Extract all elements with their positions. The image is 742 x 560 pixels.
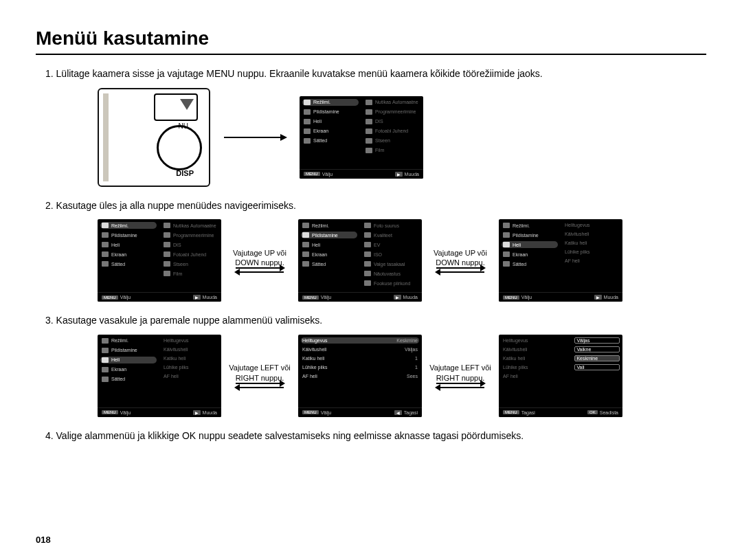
arrow-right-icon: [436, 383, 484, 384]
menu-item: Pildistamine: [301, 232, 357, 238]
submenu-item: Fotoabi Juhend: [162, 251, 218, 258]
submenu-item: Helitugevus: [162, 337, 218, 344]
submenu-item: Nutikas Automaatne: [364, 99, 420, 106]
page-number: 018: [36, 535, 51, 545]
submenu-item: Kvaliteet: [363, 232, 419, 238]
option-selected: Keskmine: [574, 355, 620, 361]
leftright-instruction: Vajutage LEFT või RIGHT nuppu.: [228, 363, 291, 388]
menu-item: Režiimi.: [502, 222, 558, 229]
submenu-item: Stseen: [162, 260, 218, 267]
step-1: 1. Lülitage kaamera sisse ja vajutage ME…: [45, 67, 706, 81]
menu-item: Sätted: [502, 260, 558, 267]
option: Väljas: [574, 337, 620, 344]
arrow-right-icon: [236, 383, 284, 384]
step2-row: Režiimi. Pildistamine Heli Ekraan Sätted…: [98, 219, 706, 302]
setting-row: KäivitusheliVäljas: [301, 346, 419, 352]
submenu-item: Katiku heli: [563, 240, 620, 246]
lcd-screen: Režiimi. Pildistamine Heli Ekraan Sätted…: [298, 219, 422, 302]
setting-row: Helitugevus: [502, 337, 569, 344]
menu-item: Ekraan: [100, 251, 157, 258]
menu-item: Sätted: [100, 376, 157, 383]
menu-item: Pildistamine: [100, 232, 157, 238]
arrow-right-icon: [436, 267, 484, 269]
submenu-item: EV: [363, 241, 419, 248]
menu-item: Režiimi.: [301, 222, 357, 229]
menu-item: Pildistamine: [502, 232, 558, 238]
camera-disp-label: DISP: [176, 169, 194, 177]
submenu-item: Lühike piiks: [162, 364, 218, 370]
submenu-item: Film: [364, 147, 420, 154]
step1-row: NU DISP Režiimi. Pildistamine Heli Ekraa…: [98, 88, 706, 187]
setting-row: HelitugevusKeskmine: [301, 337, 419, 344]
camera-btn-label: NU: [179, 122, 188, 130]
arrow-left-icon: [436, 387, 484, 388]
camera-illustration: NU DISP: [98, 88, 210, 187]
menu-item: Režiimi.: [302, 99, 359, 106]
step3-row: Režiimi. Pildistamine Heli Ekraan Sätted…: [98, 335, 706, 417]
updown-instruction: Vajutage UP või DOWN nuppu.: [429, 248, 492, 273]
setting-row: Katiku heli1: [301, 355, 419, 361]
menu-item: Pildistamine: [100, 347, 157, 354]
step-4: 4. Valige alammenüü ja klikkige OK nuppu…: [45, 429, 706, 443]
submenu-item: ISO: [363, 251, 419, 258]
menu-item: Heli: [502, 241, 558, 248]
lcd-screen: HelitugevusKeskmine KäivitusheliVäljas K…: [298, 335, 422, 417]
setting-row: AF heliSees: [301, 373, 419, 379]
arrow-left-icon: [236, 387, 284, 388]
submenu-item: Programmeerimine: [364, 109, 420, 115]
setting-row: Lühike piiks1: [301, 364, 419, 370]
menu-item: Ekraan: [302, 128, 359, 135]
menu-item: Sätted: [100, 260, 157, 267]
menu-item: Ekraan: [502, 251, 558, 258]
submenu-item: Nutikas Automaatne: [162, 222, 218, 229]
setting-row: Käivitusheli: [502, 346, 569, 352]
submenu-item: Lühike piiks: [563, 249, 620, 255]
setting-row: Lühike piiks: [502, 364, 569, 370]
lcd-screen-main: Režiimi. Pildistamine Heli Ekraan Sätted…: [300, 96, 423, 179]
updown-instruction: Vajutage UP või DOWN nuppu.: [228, 248, 291, 273]
menu-item: Heli: [301, 241, 357, 248]
lcd-screen: Režiimi. Pildistamine Heli Ekraan Sätted…: [98, 335, 221, 417]
submenu-item: Foto suurus: [363, 222, 419, 229]
step-3: 3. Kasutage vasakule ja paremale nuppe a…: [45, 314, 706, 328]
leftright-instruction: Vajutage LEFT või RIGHT nuppu.: [429, 363, 492, 388]
submenu-item: DIS: [364, 118, 420, 125]
menu-item: Heli: [100, 241, 157, 248]
menu-item: Ekraan: [100, 366, 157, 373]
arrow-down-icon: [180, 99, 194, 110]
arrow-left-icon: [436, 271, 484, 273]
setting-row: AF heli: [502, 373, 569, 379]
submenu-item: Programmeerimine: [162, 232, 218, 238]
submenu-item: AF heli: [162, 373, 218, 379]
setting-row: Katiku heli: [502, 355, 569, 361]
step-2: 2. Kasutage üles ja alla nuppe menüüdes …: [45, 199, 706, 213]
submenu-item: Helitugevus: [563, 222, 620, 228]
submenu-item: DIS: [162, 241, 218, 248]
menu-item: Sätted: [302, 137, 359, 144]
submenu-item: Stseen: [364, 137, 420, 144]
submenu-item: Film: [162, 270, 218, 277]
lcd-screen: Režiimi. Pildistamine Heli Ekraan Sätted…: [98, 219, 221, 302]
menu-item: Heli: [100, 357, 157, 363]
lcd-screen: Helitugevus Käivitusheli Katiku heli Lüh…: [499, 335, 622, 417]
option: Vali: [574, 364, 620, 370]
submenu-item: AF heli: [563, 258, 620, 264]
menu-item: Sätted: [301, 260, 357, 267]
menu-item: Režiimi.: [100, 222, 157, 229]
menu-item: Ekraan: [301, 251, 357, 258]
submenu-item: Katiku heli: [162, 355, 218, 361]
menu-item: Pildistamine: [302, 109, 359, 115]
submenu-item: Fookuse piirkond: [363, 280, 419, 287]
menu-item: Režiimi.: [100, 337, 157, 344]
menu-item: Heli: [302, 118, 359, 125]
arrow-right-icon: [224, 137, 286, 138]
submenu-item: Valge tasakaal: [363, 260, 419, 267]
lcd-screen: Režiimi. Pildistamine Heli Ekraan Sätted…: [499, 219, 622, 302]
submenu-item: Näotuvastus: [363, 270, 419, 277]
arrow-right-icon: [236, 267, 284, 269]
arrow-left-icon: [236, 271, 284, 273]
submenu-item: Käivitusheli: [162, 346, 218, 352]
submenu-item: Käivitusheli: [563, 231, 620, 237]
submenu-item: Fotoabi Juhend: [364, 128, 420, 135]
option: Vaikne: [574, 346, 620, 352]
